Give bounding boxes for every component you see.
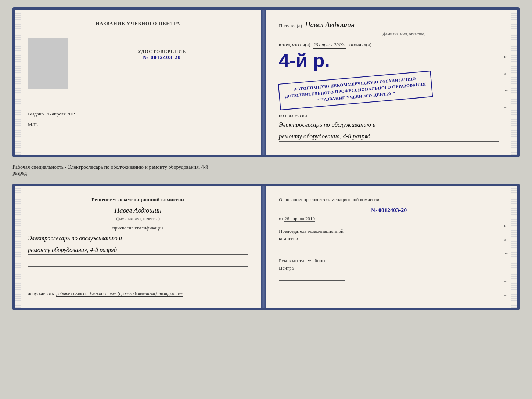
card2-right-page: Основание: протокол экзаменационной коми… bbox=[266, 186, 517, 308]
org-stamp-block: АВТОНОМНУЮ НЕКОММЕРЧЕСКУЮ ОРГАНИЗАЦИЮ ДО… bbox=[279, 74, 499, 107]
predsedatel-line1: Председатель экзаменационной bbox=[279, 228, 499, 234]
sig-line-predsedatel bbox=[279, 243, 345, 251]
center-title-block: НАЗВАНИЕ УЧЕБНОГО ЦЕНТРА bbox=[28, 21, 248, 26]
sig-line-2 bbox=[28, 269, 248, 277]
fio-hint2: (фамилия, имя, отчество) bbox=[28, 216, 248, 221]
qualification-line1: Электрослесарь по обслуживанию и bbox=[28, 234, 248, 243]
prisvoena-label: присвоена квалификация bbox=[28, 225, 248, 231]
document-spine bbox=[261, 10, 266, 155]
org-stamp: АВТОНОМНУЮ НЕКОММЕРЧЕСКУЮ ОРГАНИЗАЦИЮ ДО… bbox=[278, 71, 433, 110]
card2-left-page: Решением экзаменационной комиссии Павел … bbox=[15, 186, 261, 308]
separator-line1: Рабочая специальность - Электрослесарь п… bbox=[12, 164, 520, 170]
right-edge-decoration: – – и а ← – – – bbox=[504, 17, 508, 147]
ot-date: 26 апреля 2019 bbox=[284, 216, 315, 222]
qualification-line2: ремонту оборудования, 4-й разряд bbox=[28, 246, 248, 255]
v-tom-chto-line: в том, что он(а) 26 апреля 2019г. окончи… bbox=[279, 42, 499, 49]
card1-right-page: Получил(а) Павел Авдюшин – (фамилия, имя… bbox=[266, 10, 517, 155]
card1-left-page: НАЗВАНИЕ УЧЕБНОГО ЦЕНТРА УДОСТОВЕРЕНИЕ №… bbox=[15, 10, 261, 155]
razryad-big: 4-й р. bbox=[279, 51, 330, 70]
protocol-num: № 0012403-20 bbox=[279, 207, 499, 214]
dopuskaetsya-block: допускается к работе согласно должностны… bbox=[28, 291, 248, 297]
certificate-card-1: НАЗВАНИЕ УЧЕБНОГО ЦЕНТРА УДОСТОВЕРЕНИЕ №… bbox=[12, 7, 520, 157]
separator-line2: разряд bbox=[12, 170, 520, 176]
rukovod-line2: Центра bbox=[279, 265, 499, 271]
vydano-block: Выдано 26 апреля 2019 bbox=[28, 111, 248, 117]
ot-line: от 26 апреля 2019 bbox=[279, 216, 499, 222]
rukovod-line1: Руководитель учебного bbox=[279, 258, 499, 264]
osnov-title: Основание: протокол экзаменационной коми… bbox=[279, 197, 499, 203]
v-tom-chto-text: в том, что он(а) bbox=[279, 42, 310, 48]
right-edge-decoration-2: – – и а ← – – – bbox=[504, 193, 508, 301]
razryad-line: 4-й р. bbox=[279, 50, 499, 72]
fio-hint: (фамилия, имя, отчество) bbox=[308, 32, 499, 36]
certificate-card-2: Решением экзаменационной комиссии Павел … bbox=[12, 184, 520, 310]
dopuskaetsya-label: допускается к bbox=[28, 291, 54, 296]
decision-title: Решением экзаменационной комиссии bbox=[28, 197, 248, 203]
po-professii: по профессии bbox=[279, 113, 499, 118]
signature-lines bbox=[28, 259, 248, 287]
received-label: Получил(а) bbox=[279, 23, 302, 29]
completion-date: 26 апреля 2019г. bbox=[313, 42, 346, 49]
received-name: Павел Авдюшин bbox=[305, 21, 493, 30]
vydano-date: 26 апреля 2019 bbox=[46, 111, 90, 117]
predsedatel-line2: комиссии bbox=[279, 236, 499, 242]
profession-line1: Электрослесарь по обслуживанию и bbox=[279, 120, 499, 130]
profession-line2: ремонту оборудования, 4-й разряд bbox=[279, 132, 499, 142]
document-spine-2 bbox=[261, 186, 266, 308]
person-name: Павел Авдюшин bbox=[28, 206, 248, 215]
certificate-number-block: УДОСТОВЕРЕНИЕ № 0012403-20 bbox=[76, 49, 248, 61]
udostoverenie-label: УДОСТОВЕРЕНИЕ bbox=[76, 49, 248, 54]
sig-line-3 bbox=[28, 279, 248, 287]
separator-text: Рабочая специальность - Электрослесарь п… bbox=[12, 164, 520, 177]
ot-label: от bbox=[279, 216, 283, 221]
sig-line-rukovod bbox=[279, 272, 345, 281]
vydano-label: Выдано bbox=[28, 111, 44, 117]
photo-placeholder bbox=[28, 38, 68, 89]
school-name-title: НАЗВАНИЕ УЧЕБНОГО ЦЕНТРА bbox=[28, 21, 248, 26]
mp-label: М.П. bbox=[28, 122, 248, 128]
okonchil-text: окончил(а) bbox=[349, 42, 371, 48]
sig-line-1 bbox=[28, 259, 248, 267]
received-line: Получил(а) Павел Авдюшин – bbox=[279, 21, 499, 30]
dopuskaetsya-value: работе согласно должностным (производств… bbox=[56, 291, 183, 297]
certificate-number: № 0012403-20 bbox=[76, 54, 248, 61]
